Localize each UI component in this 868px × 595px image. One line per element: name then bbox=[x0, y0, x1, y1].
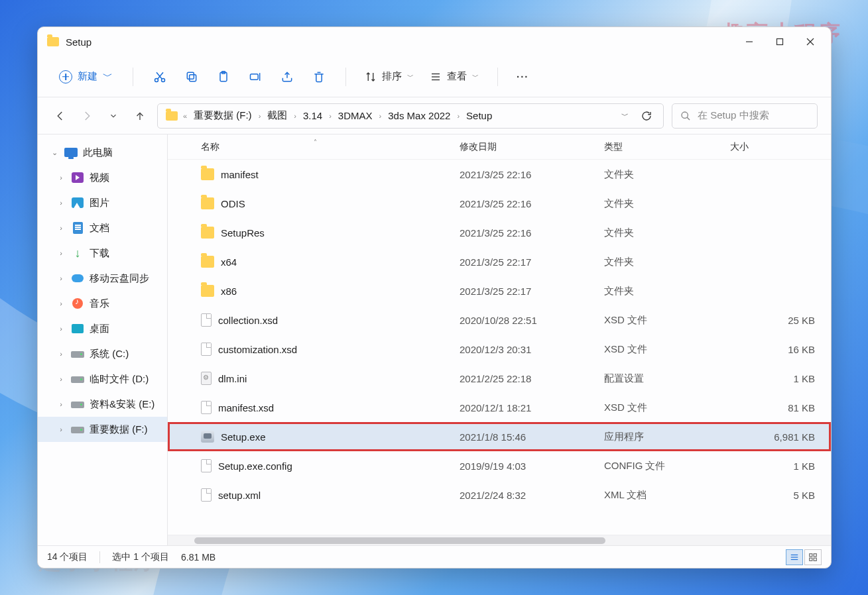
file-row[interactable]: Setup.exe.config 2019/9/19 4:03 CONFIG 文… bbox=[168, 451, 831, 480]
sort-button[interactable]: 排序 ﹀ bbox=[358, 66, 420, 87]
file-row[interactable]: x86 2021/3/25 22:17 文件夹 bbox=[168, 276, 831, 305]
file-row[interactable]: SetupRes 2021/3/25 22:16 文件夹 bbox=[168, 218, 831, 247]
search-icon bbox=[680, 111, 691, 121]
sidebar-item-label: 文档 bbox=[90, 222, 109, 235]
minimize-button[interactable] bbox=[734, 30, 765, 53]
file-name: ODIS bbox=[221, 198, 245, 209]
delete-button[interactable] bbox=[304, 62, 334, 91]
drv-icon bbox=[71, 348, 84, 360]
crumb-root[interactable]: 重要数据 (F:) bbox=[190, 107, 256, 125]
cloud-icon bbox=[71, 272, 84, 284]
file-row[interactable]: customization.xsd 2020/12/3 20:31 XSD 文件… bbox=[168, 335, 831, 364]
chevron-right-icon: › bbox=[457, 112, 460, 120]
sidebar-item-label: 临时文件 (D:) bbox=[90, 373, 149, 386]
file-type: XSD 文件 bbox=[604, 343, 730, 356]
sidebar-item[interactable]: › 音乐 bbox=[38, 291, 167, 316]
svg-rect-12 bbox=[251, 74, 259, 79]
file-icon bbox=[201, 488, 212, 502]
titlebar: Setup bbox=[38, 27, 831, 56]
chevron-right-icon: › bbox=[56, 375, 66, 383]
copy-button[interactable] bbox=[177, 62, 206, 91]
crumb-overflow[interactable]: « bbox=[183, 112, 187, 120]
share-button[interactable] bbox=[273, 62, 302, 91]
search-input[interactable]: 在 Setup 中搜索 bbox=[672, 103, 818, 129]
file-date: 2020/12/1 18:21 bbox=[460, 402, 604, 413]
up-button[interactable] bbox=[131, 107, 149, 125]
file-date: 2019/9/19 4:03 bbox=[460, 460, 604, 472]
pc-icon bbox=[64, 148, 78, 157]
file-row[interactable]: x64 2021/3/25 22:17 文件夹 bbox=[168, 247, 831, 276]
svg-rect-8 bbox=[190, 74, 196, 81]
sidebar-item[interactable]: › 临时文件 (D:) bbox=[38, 366, 167, 392]
file-row[interactable]: ODIS 2021/3/25 22:16 文件夹 bbox=[168, 189, 831, 218]
more-button[interactable]: ··· bbox=[510, 67, 536, 86]
file-list[interactable]: manifest 2021/3/25 22:16 文件夹 ODIS 2021/3… bbox=[168, 160, 831, 535]
sidebar-item[interactable]: › 重要数据 (F:) bbox=[38, 417, 167, 442]
paste-button[interactable] bbox=[209, 62, 238, 91]
horizontal-scrollbar[interactable] bbox=[168, 535, 831, 545]
svg-rect-25 bbox=[814, 558, 816, 561]
col-size[interactable]: 大小 bbox=[730, 141, 819, 153]
sidebar-item[interactable]: › 文档 bbox=[38, 215, 167, 241]
view-button[interactable]: 查看 ﹀ bbox=[423, 66, 485, 87]
sidebar-item-thispc[interactable]: ⌄ 此电脑 bbox=[38, 140, 167, 165]
crumb-item[interactable]: Setup bbox=[462, 107, 496, 124]
chevron-right-icon: › bbox=[56, 350, 66, 358]
sidebar-item[interactable]: › 桌面 bbox=[38, 316, 167, 341]
file-row[interactable]: setup.xml 2021/2/24 8:32 XML 文档 5 KB bbox=[168, 480, 831, 510]
col-type[interactable]: 类型 bbox=[604, 141, 730, 153]
col-date[interactable]: 修改日期 bbox=[460, 141, 604, 153]
refresh-button[interactable] bbox=[641, 110, 652, 122]
address-bar[interactable]: « 重要数据 (F:) › 截图 › 3.14 › 3DMAX › 3ds Ma… bbox=[157, 103, 664, 129]
forward-button[interactable] bbox=[78, 107, 96, 125]
new-button[interactable]: 新建 ﹀ bbox=[51, 66, 121, 87]
window-title: Setup bbox=[66, 36, 92, 48]
close-button[interactable] bbox=[795, 30, 826, 53]
sidebar-item[interactable]: › 视频 bbox=[38, 165, 167, 190]
sort-label: 排序 bbox=[382, 70, 402, 83]
file-date: 2021/1/8 15:46 bbox=[460, 431, 604, 443]
sidebar-item[interactable]: › 系统 (C:) bbox=[38, 341, 167, 366]
back-button[interactable] bbox=[51, 107, 70, 125]
search-placeholder: 在 Setup 中搜索 bbox=[698, 109, 769, 122]
maximize-button[interactable] bbox=[765, 30, 795, 53]
sidebar-item[interactable]: › ↓ 下载 bbox=[38, 241, 167, 266]
cut-button[interactable] bbox=[145, 62, 174, 91]
col-name[interactable]: 名称 ˄ bbox=[201, 141, 460, 153]
file-date: 2020/10/28 22:51 bbox=[460, 315, 604, 326]
crumb-item[interactable]: 3.14 bbox=[299, 107, 326, 124]
svg-rect-24 bbox=[810, 558, 812, 561]
folder-icon bbox=[201, 285, 214, 297]
sidebar-item[interactable]: › 图片 bbox=[38, 190, 167, 215]
chevron-right-icon: › bbox=[56, 425, 66, 433]
file-name: Setup.exe bbox=[221, 431, 266, 443]
file-row[interactable]: collection.xsd 2020/10/28 22:51 XSD 文件 2… bbox=[168, 305, 831, 335]
chevron-right-icon: › bbox=[56, 249, 66, 257]
desk-icon bbox=[71, 323, 84, 335]
file-row[interactable]: dlm.ini 2021/2/25 22:18 配置设置 1 KB bbox=[168, 364, 831, 393]
chevron-down-icon: ﹀ bbox=[472, 72, 479, 81]
folder-icon bbox=[201, 197, 214, 209]
music-icon bbox=[71, 298, 84, 309]
sidebar-item[interactable]: › 资料&安装 (E:) bbox=[38, 392, 167, 417]
file-row[interactable]: Setup.exe 2021/1/8 15:46 应用程序 6,981 KB bbox=[168, 422, 831, 451]
file-date: 2021/3/25 22:16 bbox=[460, 227, 604, 239]
crumb-item[interactable]: 截图 bbox=[263, 107, 291, 125]
folder-icon bbox=[47, 37, 59, 46]
svg-point-17 bbox=[682, 112, 688, 118]
view-grid-button[interactable] bbox=[804, 549, 822, 565]
crumb-item[interactable]: 3ds Max 2022 bbox=[384, 107, 454, 124]
recent-button[interactable] bbox=[104, 107, 123, 125]
sidebar-item[interactable]: › 移动云盘同步 bbox=[38, 266, 167, 291]
crumb-item[interactable]: 3DMAX bbox=[334, 107, 377, 124]
chevron-right-icon: › bbox=[329, 112, 332, 120]
view-details-button[interactable] bbox=[786, 549, 803, 565]
file-type: CONFIG 文件 bbox=[604, 460, 730, 472]
file-date: 2021/2/25 22:18 bbox=[460, 373, 604, 384]
chevron-right-icon: › bbox=[56, 199, 66, 207]
file-row[interactable]: manifest.xsd 2020/12/1 18:21 XSD 文件 81 K… bbox=[168, 393, 831, 422]
chevron-right-icon: › bbox=[259, 112, 261, 120]
file-row[interactable]: manifest 2021/3/25 22:16 文件夹 bbox=[168, 160, 831, 189]
address-dropdown[interactable]: ﹀ bbox=[621, 111, 629, 121]
rename-button[interactable] bbox=[241, 62, 270, 91]
